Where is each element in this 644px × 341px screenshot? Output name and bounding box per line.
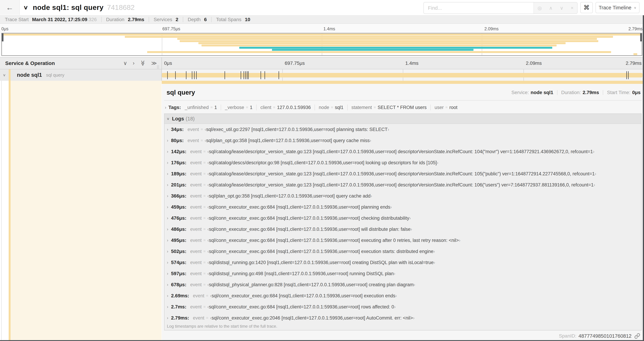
stat-label: Trace Start (5, 17, 30, 22)
log-row[interactable]: ›476μs:event=‹sql/conn_executor_exec.go:… (164, 213, 641, 224)
minimap-scrubber-left[interactable] (2, 34, 4, 42)
tag-key: user (434, 105, 444, 110)
minimap-span[interactable] (634, 53, 637, 55)
span-duration-bar[interactable] (162, 73, 642, 78)
close-quote: › (388, 127, 389, 132)
clear-search-icon[interactable]: × (571, 5, 574, 11)
log-row[interactable]: ›2.69ms:event=‹sql/conn_executor_exec.go… (164, 290, 641, 301)
minimap-span[interactable] (272, 49, 474, 51)
log-timestamp: 502μs: (171, 249, 186, 254)
collapse-all-icon[interactable]: ≫ (140, 60, 146, 66)
minimap-span[interactable] (202, 45, 556, 47)
window-edge (0, 340, 644, 341)
chevron-down-icon[interactable]: ∨ (23, 4, 28, 11)
collapse-one-icon[interactable]: ∨ (123, 60, 127, 66)
equals-sign: = (446, 105, 448, 110)
view-type-label: Trace Timeline (599, 5, 631, 11)
log-row[interactable]: ›142μs:event=‹sql/catalog/lease/descript… (164, 146, 641, 157)
tick-label: 0μs (164, 61, 172, 66)
column-divider[interactable] (162, 57, 162, 81)
minimap-canvas[interactable] (2, 33, 642, 56)
log-row[interactable]: ›495μs:event=‹sql/conn_executor_exec.go:… (164, 235, 641, 246)
minimap-span[interactable] (177, 38, 597, 40)
log-row[interactable]: ›201μs:event=‹sql/catalog/lease/descript… (164, 179, 641, 190)
log-row[interactable]: ›2.7ms:event=‹sql/conn_executor_exec.go:… (164, 301, 641, 312)
log-row[interactable]: ›34μs:event=‹sql/exec_util.go:2297 [nsql… (164, 124, 641, 135)
logs-header[interactable]: ∨ Logs (18) (164, 114, 641, 124)
service-operation-header: Service & Operation (5, 60, 55, 66)
tag-item[interactable]: node=sql1 (314, 105, 347, 110)
chevron-right-icon: › (167, 238, 168, 243)
log-tick (626, 71, 627, 79)
log-row[interactable]: ›176μs:event=‹sql/catalog/descs/descript… (164, 157, 641, 168)
tag-item[interactable]: _verbose=1 (221, 105, 256, 110)
keyboard-shortcuts-button[interactable]: ⌘ (580, 2, 593, 13)
log-row[interactable]: ›80μs:event=‹sql/plan_opt.go:358 [nsql1,… (164, 135, 641, 146)
span-row-name-cell[interactable]: ∨ node sql1 sql query (0, 69, 162, 81)
log-row[interactable]: ›678μs:event=‹sql/distsql_physical_plann… (164, 279, 641, 290)
stat-value: 2 (176, 17, 178, 22)
tags-row[interactable]: › Tags: _unfinished=1_verbose=1client=12… (164, 103, 642, 112)
open-quote: ‹ (208, 193, 209, 199)
open-quote: ‹ (205, 127, 206, 132)
tag-item[interactable]: statement=SELECT * FROM users (347, 105, 430, 110)
log-timestamp: 495μs: (171, 238, 186, 243)
column-resizer-grip[interactable]: || (157, 65, 160, 69)
log-row[interactable]: ›502μs:event=‹sql/conn_executor_exec.go:… (164, 246, 641, 257)
equals-sign: = (374, 105, 376, 110)
meta-separator (557, 90, 558, 95)
deep-link-icon[interactable] (634, 333, 640, 339)
minimap-scrubber-right[interactable] (640, 34, 642, 42)
log-timestamp: 34μs: (171, 127, 184, 132)
minimap-span[interactable] (125, 36, 613, 38)
chevron-right-icon: › (167, 293, 168, 298)
back-arrow-icon: ← (6, 3, 14, 12)
span-duration-bar-detail (162, 81, 644, 84)
expand-all-icon[interactable]: ≫ (151, 60, 157, 66)
minimap-span[interactable] (2, 34, 642, 36)
stat-label: Services (154, 17, 174, 22)
open-quote: ‹ (208, 271, 209, 276)
search-input[interactable] (424, 3, 534, 14)
minimap-span[interactable] (180, 40, 598, 42)
chevron-right-icon: › (167, 194, 168, 198)
log-timestamp: 201μs: (171, 182, 186, 188)
log-tick (245, 71, 246, 79)
minimap-span[interactable] (147, 51, 611, 53)
log-tick (278, 71, 279, 79)
tag-item[interactable]: client=127.0.0.1:59936 (256, 105, 314, 110)
operation-name: sql query (46, 72, 64, 78)
log-timestamp: 597μs: (171, 271, 186, 276)
tag-item[interactable]: user=root (430, 105, 461, 110)
next-match-icon[interactable]: ∨ (560, 5, 564, 11)
log-row[interactable]: ›2.79ms:event=‹sql/conn_executor_exec.go… (164, 312, 641, 323)
log-row[interactable]: ›486μs:event=‹sql/conn_executor_exec.go:… (164, 224, 641, 235)
row-expander-icon[interactable]: ∨ (3, 73, 6, 77)
log-row[interactable]: ›459μs:event=‹sql/conn_executor_exec.go:… (164, 201, 641, 213)
trace-stats-bar: Trace Start March 31 2022, 17:25:09.326D… (0, 16, 644, 24)
log-row[interactable]: ›189μs:event=‹sql/catalog/lease/descript… (164, 168, 641, 179)
open-quote: ‹ (208, 282, 209, 287)
log-field-value: sql/catalog/lease/descriptor_version_sta… (209, 149, 593, 154)
tags-list: _unfinished=1_verbose=1client=127.0.0.1:… (185, 105, 461, 110)
tag-item[interactable]: _unfinished=1 (185, 105, 221, 110)
close-quote: › (594, 182, 595, 188)
timeline-tick-labels: 0μs697.75μs1.4ms2.09ms2.79ms (162, 58, 644, 69)
span-detail-panel: sql query Service: node sql1 Duration: 2… (162, 81, 644, 341)
log-row[interactable]: ›366μs:event=‹sql/plan_opt.go:358 [nsql1… (164, 190, 641, 201)
log-field-name: event (190, 193, 202, 199)
locate-icon[interactable]: ◎ (538, 5, 542, 11)
stat-item: Trace Start March 31 2022, 17:25:09.326 (5, 17, 97, 22)
prev-match-icon[interactable]: ∧ (549, 5, 553, 11)
minimap-span[interactable] (239, 47, 552, 49)
back-button[interactable]: ← (0, 0, 20, 15)
close-quote: › (370, 138, 371, 143)
log-row[interactable]: ›597μs:event=‹sql/distsql_running.go:498… (164, 268, 641, 279)
tag-value: 1 (250, 105, 252, 110)
log-row[interactable]: ›574μs:event=‹sql/distsql_running.go:142… (164, 257, 641, 268)
minimap-span[interactable] (198, 42, 566, 44)
view-type-selector[interactable]: Trace Timeline ∨ (596, 2, 640, 13)
tick-label: 1.4ms (324, 26, 335, 31)
chevron-down-icon: ∨ (634, 6, 636, 9)
expand-one-icon[interactable]: › (133, 60, 134, 66)
